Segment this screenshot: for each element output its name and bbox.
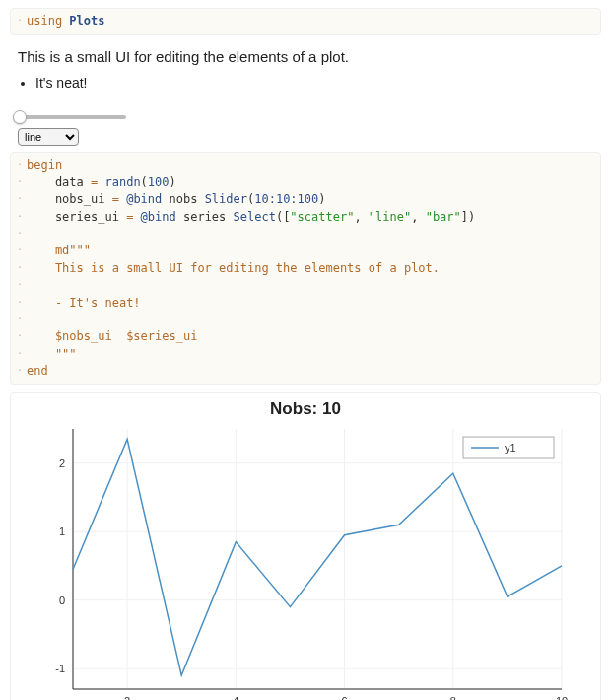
svg-text:2: 2 xyxy=(124,695,130,700)
svg-text:1: 1 xyxy=(59,526,65,538)
nobs-slider[interactable] xyxy=(18,108,126,126)
gutter-dot: · xyxy=(15,13,25,29)
cell-using-plots: ·using Plots xyxy=(10,8,601,35)
svg-text:6: 6 xyxy=(341,695,347,700)
cell-begin-block: ·begin · data = randn(100) · nobs_ui = @… xyxy=(10,152,601,385)
intro-bullet: It's neat! xyxy=(35,75,593,91)
svg-text:-1: -1 xyxy=(55,664,65,675)
svg-text:0: 0 xyxy=(59,595,65,606)
code-line[interactable]: ·using Plots xyxy=(27,13,592,30)
svg-text:4: 4 xyxy=(233,695,238,700)
nobs-slider-row xyxy=(18,108,593,126)
plot-title: Nobs: 10 xyxy=(19,399,592,419)
plot-svg: 246810-1012y1 xyxy=(30,421,581,700)
series-select[interactable]: line xyxy=(18,128,79,146)
svg-text:y1: y1 xyxy=(505,442,516,454)
svg-text:2: 2 xyxy=(59,457,65,469)
plot-output-cell: Nobs: 10 246810-1012y1 xyxy=(10,392,601,700)
rendered-markdown: This is a small UI for editing the eleme… xyxy=(10,42,601,105)
intro-text: This is a small UI for editing the eleme… xyxy=(18,48,593,65)
svg-text:8: 8 xyxy=(450,695,456,700)
svg-text:10: 10 xyxy=(556,695,568,700)
series-select-row: line xyxy=(18,128,593,146)
